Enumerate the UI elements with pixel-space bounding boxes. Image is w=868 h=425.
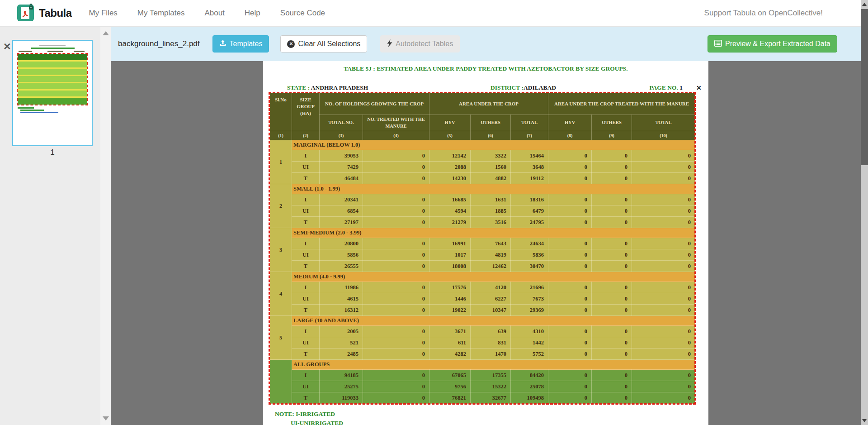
remove-circle-icon: ✕ [287, 40, 295, 48]
templates-upload-icon [219, 39, 226, 48]
page-number-label: 1 [12, 148, 93, 157]
toolbar: background_lines_2.pdf Templates ✕ Clear… [111, 27, 861, 61]
clear-selections-button[interactable]: ✕ Clear All Selections [280, 35, 367, 53]
navbar: Tabula My Files My Templates About Help … [0, 0, 861, 27]
autodetect-tables-button[interactable]: Autodetect Tables [380, 35, 460, 53]
table-region: Sl.No SIZE GROUP (HA) NO. OF HOLDINGS GR… [269, 93, 695, 404]
thumb-meta-line [19, 51, 32, 52]
window-scrollbar[interactable] [861, 0, 868, 425]
scrollbar-up-icon[interactable] [862, 3, 867, 6]
page-no-label: PAGE NO. 1 [649, 84, 683, 91]
table-list-icon [714, 40, 722, 48]
nav-my-templates[interactable]: My Templates [137, 9, 185, 18]
pdf-table-title: TABLE 5J : ESTIMATED AREA UNDER PADDY TR… [263, 65, 708, 72]
pdf-page[interactable]: TABLE 5J : ESTIMATED AREA UNDER PADDY TR… [263, 61, 708, 425]
brand-home-link[interactable]: Tabula [17, 3, 72, 23]
scroll-down-icon[interactable] [103, 416, 109, 420]
scrollbar-down-icon[interactable] [862, 419, 867, 422]
district-label: DISTRICT :ADILABAD [491, 84, 556, 91]
page-thumbnail[interactable] [12, 40, 93, 146]
sidebar: ✕ 1 [0, 27, 111, 425]
selection-box[interactable] [269, 92, 696, 405]
thumb-meta-line [47, 51, 63, 52]
close-file-icon[interactable]: ✕ [3, 42, 11, 51]
brand-title: Tabula [39, 7, 72, 19]
thumb-title-line [39, 45, 66, 46]
sidebar-scrollbar[interactable] [100, 27, 111, 425]
app-window: Tabula My Files My Templates About Help … [0, 0, 868, 425]
support-link[interactable]: Support Tabula on OpenCollective! [704, 9, 823, 18]
filename-label: background_lines_2.pdf [118, 39, 200, 48]
nav-help[interactable]: Help [245, 9, 260, 18]
pdf-meta-row: STATE : ANDHRA PRADESH DISTRICT :ADILABA… [263, 84, 708, 92]
scrollbar-thumb[interactable] [861, 9, 868, 165]
nav-my-files[interactable]: My Files [89, 9, 118, 18]
pdf-note: NOTE: I-IRRIGATED UI-UNIRRIGATED [275, 410, 708, 425]
lightning-icon [387, 39, 392, 49]
tabula-logo-icon [17, 3, 34, 23]
thumb-title-line [31, 48, 75, 49]
thumb-table [18, 54, 87, 105]
nav-source-code[interactable]: Source Code [280, 9, 325, 18]
state-label: STATE : ANDHRA PRADESH [287, 84, 368, 91]
nav-links: My Files My Templates About Help Source … [89, 9, 325, 18]
templates-button[interactable]: Templates [212, 35, 269, 53]
selection-close-icon[interactable]: ✕ [696, 85, 702, 91]
export-button[interactable]: Preview & Export Extracted Data [708, 35, 837, 53]
nav-about[interactable]: About [204, 9, 224, 18]
scroll-up-icon[interactable] [103, 31, 109, 35]
thumb-meta-line [74, 51, 85, 52]
document-area: TABLE 5J : ESTIMATED AREA UNDER PADDY TR… [111, 61, 861, 425]
